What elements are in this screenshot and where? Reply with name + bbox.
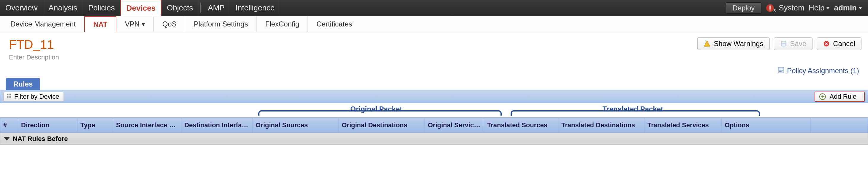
section-label: NAT Rules Before (13, 135, 68, 143)
main-menu-bar: Overview Analysis Policies Devices Objec… (0, 0, 868, 16)
policy-assignments-link[interactable]: Policy Assignments (1) (787, 67, 859, 75)
menu-intelligence[interactable]: Intelligence (230, 0, 281, 16)
col-type[interactable]: Type (78, 118, 113, 133)
deploy-button[interactable]: Deploy (726, 2, 762, 14)
subnav-flexconfig[interactable]: FlexConfig (256, 16, 308, 32)
col-options[interactable]: Options (722, 118, 811, 133)
subnav-device-management[interactable]: Device Management (2, 16, 84, 32)
menu-policies[interactable]: Policies (83, 0, 121, 16)
subnav-platform-settings[interactable]: Platform Settings (185, 16, 257, 32)
policy-assignments-row: Policy Assignments (1) (0, 63, 868, 78)
svg-rect-13 (779, 71, 782, 72)
caret-down-icon (826, 7, 830, 9)
menu-divider (200, 3, 201, 13)
svg-rect-14 (7, 94, 8, 95)
main-menu-left: Overview Analysis Policies Devices Objec… (0, 0, 280, 16)
svg-rect-11 (779, 69, 783, 69)
svg-rect-7 (782, 42, 785, 44)
subnav-certificates[interactable]: Certificates (308, 16, 361, 32)
svg-rect-15 (9, 94, 11, 95)
cancel-label: Cancel (833, 40, 855, 48)
policy-header: FTD_11 Enter Description Show Warnings S… (0, 32, 868, 63)
svg-rect-4 (707, 43, 707, 45)
cancel-button[interactable]: Cancel (817, 37, 862, 50)
svg-rect-17 (9, 96, 11, 98)
add-rule-label: Add Rule (829, 93, 857, 101)
col-num[interactable]: # (0, 118, 18, 133)
save-label: Save (790, 40, 807, 48)
menu-devices[interactable]: Devices (121, 0, 161, 16)
show-warnings-button[interactable]: Show Warnings (697, 37, 770, 50)
caret-down-icon (859, 7, 862, 9)
rules-tab-row: Rules (0, 78, 868, 90)
cancel-icon (823, 40, 830, 47)
filter-bar: Filter by Device + Add Rule (0, 90, 868, 103)
translated-packet-label: Translated Packet (602, 105, 663, 113)
table-header-row: # Direction Type Source Interface Ob... … (0, 118, 868, 133)
col-original-services[interactable]: Original Services (425, 118, 484, 133)
col-translated-services[interactable]: Translated Services (645, 118, 722, 133)
help-link[interactable]: Help (809, 3, 830, 12)
svg-rect-5 (707, 45, 707, 46)
original-packet-label: Original Packet (350, 105, 402, 113)
filter-by-device-button[interactable]: Filter by Device (3, 92, 64, 101)
svg-rect-12 (779, 70, 783, 71)
menu-amp[interactable]: AMP (203, 0, 230, 16)
add-rule-button[interactable]: + Add Rule (814, 92, 865, 102)
col-original-sources[interactable]: Original Sources (253, 118, 339, 133)
save-icon (780, 40, 787, 47)
alert-icon[interactable]: 3 (766, 4, 774, 12)
filter-icon (6, 93, 12, 101)
col-destination-interface[interactable]: Destination Interface Ob... (181, 118, 253, 133)
sub-nav: Device Management NAT VPN ▾ QoS Platform… (0, 16, 868, 32)
system-link[interactable]: System (779, 3, 804, 12)
show-warnings-label: Show Warnings (714, 40, 763, 48)
tab-rules[interactable]: Rules (6, 78, 40, 90)
warning-icon (704, 40, 711, 47)
policy-title: FTD_11 (9, 37, 59, 52)
menu-objects[interactable]: Objects (161, 0, 198, 16)
col-direction[interactable]: Direction (18, 118, 78, 133)
col-translated-destinations[interactable]: Translated Destinations (558, 118, 645, 133)
svg-rect-8 (782, 44, 785, 46)
subnav-nat[interactable]: NAT (84, 16, 116, 32)
policy-title-block: FTD_11 Enter Description (9, 37, 59, 61)
svg-rect-1 (770, 5, 771, 9)
subnav-qos[interactable]: QoS (154, 16, 185, 32)
svg-rect-16 (7, 96, 8, 98)
alert-count: 3 (773, 8, 776, 13)
save-button: Save (774, 37, 813, 50)
column-groups: Original Packet Translated Packet (0, 103, 868, 118)
svg-rect-2 (770, 9, 771, 10)
col-source-interface[interactable]: Source Interface Ob... (113, 118, 181, 133)
policy-actions: Show Warnings Save Cancel (697, 37, 862, 50)
col-translated-sources[interactable]: Translated Sources (484, 118, 558, 133)
col-original-destinations[interactable]: Original Destinations (339, 118, 425, 133)
policy-description[interactable]: Enter Description (9, 53, 59, 61)
assignments-icon (777, 67, 784, 74)
filter-label: Filter by Device (14, 93, 59, 101)
subnav-vpn[interactable]: VPN ▾ (116, 16, 154, 32)
collapse-icon (4, 137, 10, 140)
menu-analysis[interactable]: Analysis (43, 0, 83, 16)
user-menu[interactable]: admin (834, 3, 862, 12)
add-icon: + (819, 93, 826, 100)
section-nat-rules-before[interactable]: NAT Rules Before (0, 133, 868, 145)
main-menu-right: Deploy 3 System Help admin (726, 0, 868, 16)
menu-overview[interactable]: Overview (0, 0, 43, 16)
